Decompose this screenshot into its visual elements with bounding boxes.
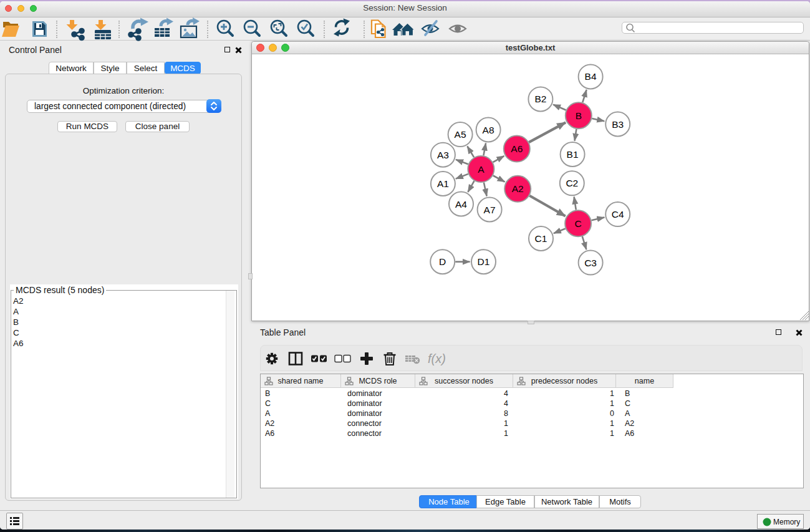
svg-text:A5: A5 [455,129,466,140]
svg-text:A4: A4 [455,198,467,209]
svg-text:B: B [576,110,582,120]
svg-text:C2: C2 [566,178,578,188]
svg-text:A3: A3 [437,149,449,160]
svg-text:B4: B4 [585,71,597,82]
svg-text:C: C [574,218,581,228]
svg-text:C4: C4 [612,209,624,220]
svg-text:A7: A7 [484,204,496,215]
svg-text:A6: A6 [511,143,523,154]
svg-text:B3: B3 [612,118,624,129]
svg-text:A2: A2 [512,183,524,194]
svg-text:B1: B1 [567,149,579,160]
svg-text:D1: D1 [478,256,490,267]
svg-text:A: A [478,163,485,174]
svg-text:A8: A8 [483,124,494,135]
svg-text:B2: B2 [534,94,546,104]
svg-text:C3: C3 [584,257,597,268]
svg-text:A1: A1 [437,178,449,189]
svg-text:C1: C1 [535,233,547,243]
svg-text:D: D [439,256,446,267]
svg-text:f(x): f(x) [428,352,446,365]
